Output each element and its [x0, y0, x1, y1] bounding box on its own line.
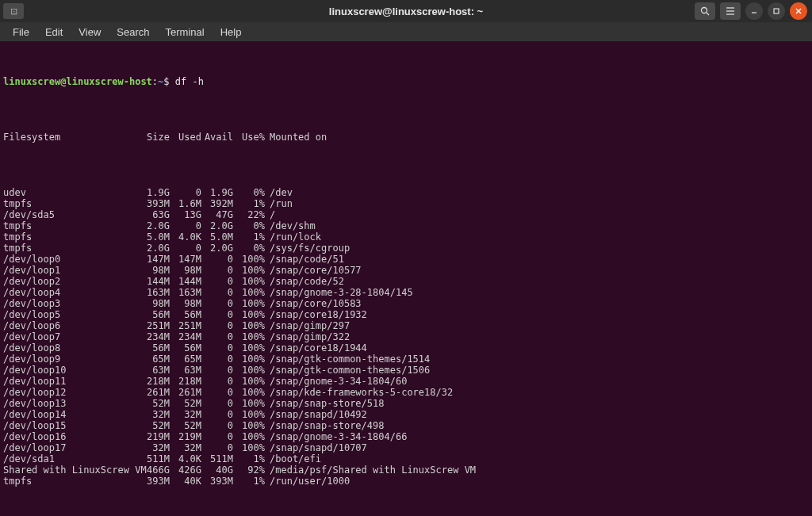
cell-mnt: /snap/code/51 — [265, 254, 344, 265]
cell-size: 98M — [138, 265, 170, 276]
cell-mnt: /snap/snap-store/518 — [265, 398, 385, 409]
cell-pct: 1% — [233, 198, 265, 209]
maximize-button[interactable] — [768, 2, 785, 20]
hamburger-menu-button[interactable] — [720, 2, 741, 20]
df-row: /dev/sda1511M4.0K511M1%/boot/efi — [3, 453, 809, 464]
cell-mnt: /dev/shm — [265, 220, 316, 231]
menu-view[interactable]: View — [71, 25, 109, 40]
prompt-path: ~ — [158, 76, 163, 87]
cell-avail: 0 — [201, 309, 233, 320]
cell-size: 218M — [138, 376, 170, 387]
svg-line-1 — [707, 13, 709, 15]
cell-pct: 100% — [233, 309, 265, 320]
cell-used: 98M — [170, 298, 201, 309]
cell-mnt: /sys/fs/cgroup — [265, 243, 350, 254]
cell-fs: tmpfs — [3, 220, 138, 231]
menu-file[interactable]: File — [5, 25, 37, 40]
cell-avail: 5.0M — [201, 231, 233, 243]
cell-mnt: /snap/gnome-3-28-1804/145 — [265, 287, 413, 298]
search-icon — [700, 6, 710, 16]
cell-fs: /dev/sda5 — [3, 209, 138, 220]
cell-mnt: /boot/efi — [265, 453, 321, 464]
cell-pct: 100% — [233, 365, 265, 376]
cell-fs: /dev/loop13 — [3, 398, 138, 409]
maximize-icon — [772, 7, 780, 15]
cell-pct: 92% — [233, 464, 265, 476]
cell-used: 98M — [170, 265, 201, 276]
cell-mnt: /run — [265, 198, 293, 209]
cell-fs: /dev/loop5 — [3, 309, 138, 320]
cell-used: 218M — [170, 376, 201, 387]
cell-pct: 100% — [233, 276, 265, 287]
cell-mnt: /snap/snap-store/498 — [265, 420, 385, 431]
cell-used: 32M — [170, 442, 201, 453]
minimize-button[interactable] — [745, 2, 763, 20]
cell-used: 65M — [170, 354, 201, 365]
cell-size: 56M — [138, 309, 170, 320]
cell-used: 52M — [170, 420, 201, 431]
cell-pct: 100% — [233, 387, 265, 398]
cell-size: 56M — [138, 342, 170, 354]
cell-used: 144M — [170, 276, 201, 287]
cell-avail: 392M — [201, 198, 233, 209]
df-row: /dev/loop1552M52M0100%/snap/snap-store/4… — [3, 420, 809, 431]
df-row: /dev/loop7234M234M0100%/snap/gimp/322 — [3, 331, 809, 342]
cell-used: 163M — [170, 287, 201, 298]
cell-mnt: /snap/core18/1932 — [265, 309, 367, 320]
cell-size: 219M — [138, 431, 170, 442]
cell-size: 147M — [138, 254, 170, 265]
cell-mnt: /snap/gnome-3-34-1804/66 — [265, 431, 407, 442]
cell-avail: 0 — [201, 276, 233, 287]
prompt-userhost: linuxscrew@linuxscrew-host — [3, 76, 152, 87]
menu-search[interactable]: Search — [109, 25, 157, 40]
df-row: /dev/loop6251M251M0100%/snap/gimp/297 — [3, 320, 809, 331]
cell-mnt: / — [265, 209, 275, 220]
hamburger-icon — [726, 7, 735, 15]
cell-mnt: /snap/gtk-common-themes/1506 — [265, 365, 430, 376]
cell-pct: 0% — [233, 187, 265, 198]
cell-size: 234M — [138, 331, 170, 342]
cell-mnt: /snap/kde-frameworks-5-core18/32 — [265, 387, 453, 398]
cell-avail: 0 — [201, 365, 233, 376]
cell-pct: 100% — [233, 298, 265, 309]
cell-mnt: /snap/gimp/297 — [265, 320, 350, 331]
cell-mnt: /snap/core18/1944 — [265, 342, 367, 354]
cell-fs: /dev/loop3 — [3, 298, 138, 309]
cell-avail: 1.9G — [201, 187, 233, 198]
menu-edit[interactable]: Edit — [37, 25, 71, 40]
cell-used: 0 — [170, 187, 201, 198]
cell-pct: 1% — [233, 231, 265, 243]
cell-pct: 1% — [233, 476, 265, 487]
df-rows: udev1.9G01.9G0%/devtmpfs393M1.6M392M1%/r… — [3, 187, 809, 487]
cell-fs: /dev/loop9 — [3, 354, 138, 365]
df-row: tmpfs2.0G02.0G0%/sys/fs/cgroup — [3, 243, 809, 254]
cell-avail: 393M — [201, 476, 233, 487]
df-row: /dev/sda563G13G47G22%/ — [3, 209, 809, 220]
cell-pct: 100% — [233, 442, 265, 453]
cell-avail: 0 — [201, 387, 233, 398]
cell-avail: 2.0G — [201, 243, 233, 254]
cell-avail: 0 — [201, 431, 233, 442]
cell-fs: /dev/loop4 — [3, 287, 138, 298]
prompt-line-1: linuxscrew@linuxscrew-host:~$ df -h — [3, 76, 809, 87]
terminal-viewport[interactable]: linuxscrew@linuxscrew-host:~$ df -h File… — [0, 41, 812, 516]
df-row: /dev/loop11218M218M0100%/snap/gnome-3-34… — [3, 376, 809, 387]
menu-terminal[interactable]: Terminal — [158, 25, 213, 40]
cell-fs: /dev/loop2 — [3, 276, 138, 287]
close-button[interactable] — [790, 2, 807, 20]
cell-used: 32M — [170, 409, 201, 420]
cell-fs: /dev/loop1 — [3, 265, 138, 276]
cell-used: 0 — [170, 243, 201, 254]
cell-pct: 100% — [233, 331, 265, 342]
df-row: /dev/loop4163M163M0100%/snap/gnome-3-28-… — [3, 287, 809, 298]
menu-help[interactable]: Help — [213, 25, 250, 40]
cell-fs: /dev/loop7 — [3, 331, 138, 342]
cell-pct: 0% — [233, 243, 265, 254]
search-button[interactable] — [695, 2, 715, 20]
cell-pct: 0% — [233, 220, 265, 231]
cell-size: 393M — [138, 476, 170, 487]
cell-size: 1.9G — [138, 187, 170, 198]
cell-size: 63G — [138, 209, 170, 220]
cell-size: 5.0M — [138, 231, 170, 243]
cell-fs: udev — [3, 187, 138, 198]
